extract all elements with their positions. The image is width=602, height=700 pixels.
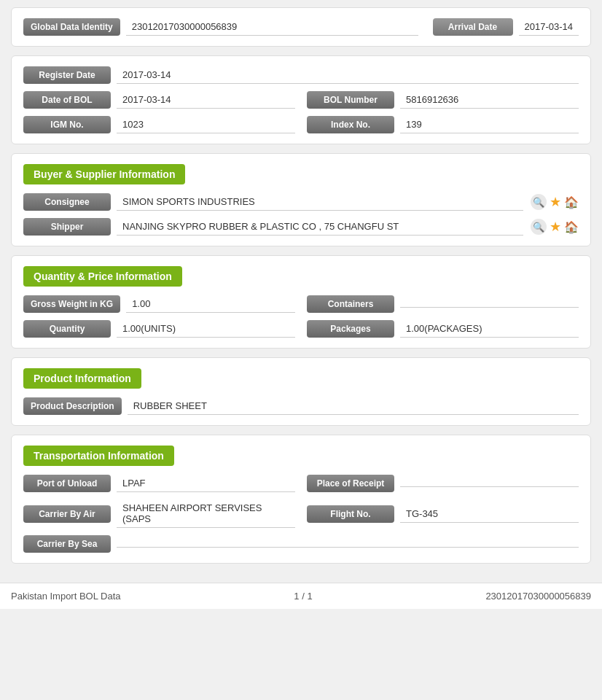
date-of-bol-label: Date of BOL	[23, 91, 111, 109]
index-no-label: Index No.	[307, 116, 394, 133]
carrier-by-sea-value	[117, 541, 579, 548]
date-of-bol-value: 2017-03-14	[117, 91, 295, 109]
shipper-icons: 🔍 ★ 🏠	[531, 219, 579, 235]
register-date-value: 2017-03-14	[117, 66, 579, 84]
footer-center: 1 / 1	[294, 591, 312, 602]
consignee-label: Consignee	[23, 193, 111, 211]
carrier-by-air-label: Carrier By Air	[23, 505, 111, 523]
global-data-identity-value: 23012017030000056839	[126, 18, 418, 36]
port-of-unload-value: LPAF	[117, 475, 295, 492]
footer-left: Pakistan Import BOL Data	[11, 591, 121, 602]
shipper-value: NANJING SKYPRO RUBBER & PLASTIC CO , 75 …	[117, 218, 523, 236]
register-date-label: Register Date	[23, 66, 111, 84]
quantity-value: 1.00(UNITS)	[117, 320, 295, 338]
consignee-search-icon[interactable]: 🔍	[531, 194, 547, 210]
gross-weight-value: 1.00	[126, 295, 295, 313]
quantity-price-section-title: Quantity & Price Information	[23, 266, 182, 287]
containers-label: Containers	[307, 295, 394, 313]
global-data-identity-label: Global Data Identity	[23, 18, 120, 36]
transportation-section-title: Transportation Information	[23, 446, 174, 466]
carrier-by-air-value: SHAHEEN AIRPORT SERVISES (SAPS	[117, 499, 295, 528]
packages-label: Packages	[307, 320, 394, 338]
bol-number-value: 5816912636	[400, 91, 579, 109]
consignee-home-icon[interactable]: 🏠	[564, 195, 579, 209]
port-of-unload-label: Port of Unload	[23, 475, 111, 492]
buyer-supplier-section-title: Buyer & Supplier Information	[23, 164, 185, 184]
consignee-star-icon[interactable]: ★	[550, 194, 561, 210]
gross-weight-label: Gross Weight in KG	[23, 295, 120, 313]
igm-no-label: IGM No.	[23, 116, 111, 133]
containers-value	[400, 301, 579, 308]
consignee-value: SIMON SPORTS INDUSTRIES	[117, 193, 523, 211]
carrier-by-sea-label: Carrier By Sea	[23, 535, 111, 553]
igm-no-value: 1023	[117, 116, 295, 133]
place-of-receipt-value	[400, 481, 579, 487]
bol-number-label: BOL Number	[307, 91, 394, 109]
footer: Pakistan Import BOL Data 1 / 1 230120170…	[0, 583, 602, 609]
flight-no-label: Flight No.	[307, 505, 394, 523]
product-section-title: Product Information	[23, 368, 141, 389]
shipper-label: Shipper	[23, 218, 111, 236]
product-desc-value: RUBBER SHEET	[128, 397, 579, 415]
flight-no-value: TG-345	[400, 505, 579, 523]
footer-right: 23012017030000056839	[485, 591, 591, 602]
product-desc-label: Product Description	[23, 397, 122, 415]
place-of-receipt-label: Place of Receipt	[307, 475, 394, 492]
arrival-date-value: 2017-03-14	[519, 18, 579, 36]
shipper-home-icon[interactable]: 🏠	[564, 220, 579, 234]
shipper-star-icon[interactable]: ★	[550, 219, 561, 235]
shipper-search-icon[interactable]: 🔍	[531, 219, 547, 235]
index-no-value: 139	[400, 116, 579, 133]
consignee-icons: 🔍 ★ 🏠	[531, 194, 579, 210]
packages-value: 1.00(PACKAGES)	[400, 320, 579, 338]
quantity-label: Quantity	[23, 320, 111, 338]
arrival-date-button[interactable]: Arrival Date	[433, 18, 513, 36]
